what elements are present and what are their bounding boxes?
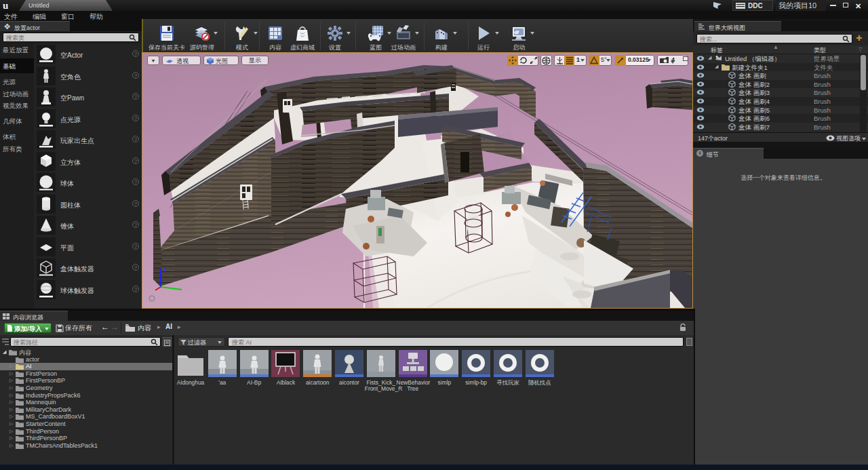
svg-text:z: z (163, 266, 167, 273)
